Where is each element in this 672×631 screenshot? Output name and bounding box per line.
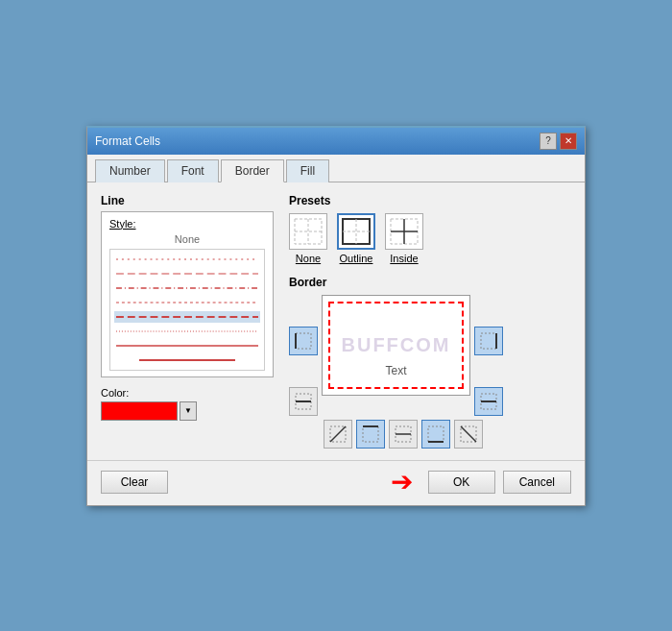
arrow-icon: ➔	[391, 469, 413, 496]
line-style-dashed-selected[interactable]	[114, 311, 260, 323]
preset-outline[interactable]: Outline	[337, 213, 375, 264]
border-btn-top[interactable]	[356, 420, 385, 449]
line-style-dashdot-1[interactable]	[114, 282, 260, 294]
presets-heading: Presets	[289, 194, 571, 207]
line-section: Style: None	[101, 211, 274, 377]
line-styles-list	[109, 249, 265, 371]
style-label: Style:	[109, 218, 265, 230]
color-picker-row: ▼	[101, 401, 274, 421]
tab-number[interactable]: Number	[95, 159, 165, 182]
svg-rect-21	[481, 333, 496, 349]
color-dropdown-button[interactable]: ▼	[180, 401, 197, 421]
ok-button[interactable]: OK	[428, 471, 495, 494]
none-label: None	[109, 233, 265, 245]
color-section: Color: ▼	[101, 387, 274, 421]
tabs-bar: Number Font Border Fill	[87, 155, 585, 182]
border-btn-diag-left[interactable]	[324, 420, 352, 449]
preset-inside-label: Inside	[390, 253, 418, 264]
line-style-solid[interactable]	[114, 340, 260, 352]
format-cells-dialog: Format Cells ? ✕ Number Font Border Fill…	[86, 126, 586, 506]
dialog-body: Line Style: None	[87, 182, 585, 460]
titlebar-buttons: ? ✕	[540, 133, 577, 150]
close-button[interactable]: ✕	[560, 133, 577, 150]
line-style-dashdot-2[interactable]	[114, 297, 260, 308]
preset-inside-icon	[385, 213, 423, 250]
presets-row: None Outline	[289, 213, 571, 264]
help-button[interactable]: ?	[540, 133, 557, 150]
border-right-buttons	[474, 295, 503, 416]
line-style-dashed-1[interactable]	[114, 268, 260, 279]
color-label: Color:	[101, 387, 274, 399]
tab-fill[interactable]: Fill	[286, 159, 329, 182]
svg-rect-27	[363, 426, 378, 442]
border-preview-box: BUFFCOM Text	[322, 295, 470, 396]
left-column: Line Style: None	[101, 194, 274, 449]
main-columns: Line Style: None	[101, 194, 571, 449]
border-btn-right-top[interactable]	[474, 327, 503, 355]
dialog-title: Format Cells	[95, 134, 160, 148]
preset-outline-icon	[337, 213, 375, 250]
border-btn-center-h[interactable]	[389, 420, 418, 449]
border-control-area: BUFFCOM Text	[289, 295, 571, 416]
line-style-dotted-2[interactable]	[114, 326, 260, 337]
actions-row: Clear ➔ OK Cancel	[87, 460, 585, 505]
line-style-dotted-1[interactable]	[114, 254, 260, 265]
preview-text-label: Text	[385, 364, 406, 377]
border-btn-bottom[interactable]	[421, 420, 450, 449]
line-heading: Line	[101, 194, 274, 207]
svg-line-34	[461, 426, 476, 442]
preset-none[interactable]: None	[289, 213, 327, 264]
color-swatch[interactable]	[101, 401, 178, 421]
border-btn-diag-right[interactable]	[454, 420, 483, 449]
svg-rect-17	[296, 333, 311, 349]
svg-line-26	[330, 426, 346, 442]
border-bottom-buttons	[289, 420, 571, 449]
border-heading: Border	[289, 276, 571, 289]
border-btn-left-top[interactable]	[289, 327, 318, 355]
preset-outline-label: Outline	[340, 253, 373, 264]
preset-none-label: None	[296, 253, 321, 264]
cancel-button[interactable]: Cancel	[503, 471, 571, 494]
right-column: Presets None	[289, 194, 571, 449]
watermark-text: BUFFCOM	[342, 334, 451, 356]
line-style-solid-thick[interactable]	[114, 354, 260, 366]
border-btn-left-mid[interactable]	[289, 387, 318, 416]
tab-font[interactable]: Font	[167, 159, 219, 182]
preset-none-icon	[289, 213, 327, 250]
arrow-hint: ➔	[391, 469, 413, 496]
title-bar: Format Cells ? ✕	[87, 128, 585, 155]
border-left-buttons	[289, 295, 318, 416]
preset-inside[interactable]: Inside	[385, 213, 423, 264]
border-btn-right-mid[interactable]	[474, 387, 503, 416]
clear-button[interactable]: Clear	[101, 471, 168, 494]
svg-rect-31	[428, 426, 444, 442]
tab-border[interactable]: Border	[221, 159, 284, 182]
